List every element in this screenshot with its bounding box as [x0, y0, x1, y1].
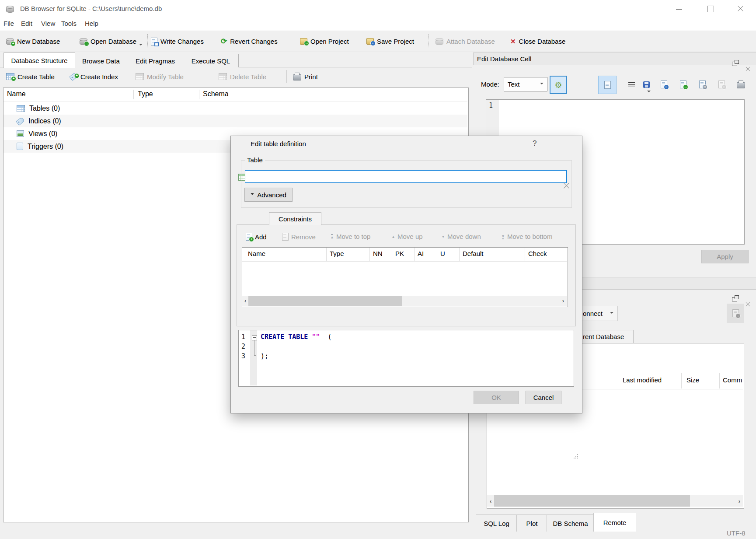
field-column-divider: [326, 248, 327, 261]
import-data-button[interactable]: [638, 76, 655, 93]
auto-switch-mode-button[interactable]: [550, 76, 567, 94]
tab-browse-data[interactable]: Browse Data: [74, 54, 128, 67]
export-data-button[interactable]: ▪: [655, 76, 672, 93]
edit-cell-panel-title: Edit Database Cell: [477, 55, 531, 63]
minimize-icon[interactable]: [676, 9, 682, 10]
create-index-button[interactable]: + Create Index: [70, 67, 118, 86]
delete-table-icon: [219, 73, 227, 80]
field-column-pk[interactable]: PK: [395, 250, 404, 257]
null-cell-button: ○: [713, 76, 730, 93]
move-to-bottom-icon: ▾: [502, 234, 504, 239]
scrollbar-thumb[interactable]: [248, 296, 402, 306]
create-table-icon: +: [6, 73, 14, 80]
table-name-input[interactable]: [245, 170, 567, 183]
sql-line-number: 3: [241, 352, 245, 360]
scroll-left-icon[interactable]: ‹: [490, 498, 491, 504]
print-cell-button[interactable]: [732, 76, 749, 93]
open-database-dropdown-icon[interactable]: [139, 44, 143, 47]
app-logo-database-icon: [6, 7, 14, 13]
write-changes-button[interactable]: ▦ Write Changes: [151, 31, 204, 52]
close-panel-icon[interactable]: [746, 66, 750, 71]
close-icon[interactable]: [737, 5, 744, 12]
open-database-icon: →: [80, 39, 87, 45]
create-table-button[interactable]: + Create Table: [6, 67, 55, 86]
tab-db-schema[interactable]: DB Schema: [547, 514, 594, 532]
save-project-button[interactable]: ▪ Save Project: [366, 31, 414, 52]
tree-row-indices[interactable]: Indices (0): [3, 115, 467, 127]
menu-bar: [0, 18, 756, 31]
fields-horizontal-scrollbar[interactable]: ‹ ›: [242, 296, 567, 306]
save-dropdown-icon[interactable]: [647, 91, 651, 94]
app-window: DB Browser for SQLite - C:\Users\turne\d…: [0, 0, 756, 539]
scroll-right-icon[interactable]: ›: [562, 298, 564, 304]
code-fold-line: [254, 340, 254, 355]
scroll-right-icon[interactable]: ›: [739, 498, 740, 504]
tab-plot[interactable]: Plot: [516, 514, 547, 532]
save-project-icon: ▪: [366, 38, 374, 45]
field-column-u[interactable]: U: [440, 250, 445, 257]
help-icon[interactable]: ?: [533, 139, 537, 148]
field-column-check[interactable]: Check: [528, 250, 547, 257]
close-panel-icon[interactable]: [746, 302, 750, 307]
tree-header-name[interactable]: Name: [7, 90, 26, 98]
cancel-button[interactable]: Cancel: [526, 391, 561, 404]
mode-label: Mode:: [481, 80, 499, 88]
field-column-name[interactable]: Name: [248, 250, 265, 257]
menu-help[interactable]: Help: [85, 20, 98, 27]
open-project-icon: →: [300, 38, 307, 45]
field-column-type[interactable]: Type: [330, 250, 344, 257]
toolbar-separator: [294, 34, 294, 48]
column-last-modified[interactable]: Last modified: [623, 376, 662, 384]
tree-header-divider[interactable]: [199, 90, 199, 99]
field-column-divider: [369, 248, 370, 261]
dialog-resize-grip[interactable]: [573, 453, 578, 458]
menu-edit[interactable]: Edit: [21, 20, 32, 27]
new-database-button[interactable]: + New Database: [6, 31, 60, 52]
tab-execute-sql[interactable]: Execute SQL: [183, 54, 239, 67]
text-mode-button[interactable]: [598, 76, 617, 94]
field-column-default[interactable]: Default: [463, 250, 484, 257]
code-fold-icon[interactable]: [252, 335, 257, 340]
link-data-button[interactable]: ∞: [693, 76, 711, 93]
add-field-icon: +: [246, 233, 252, 241]
word-wrap-icon: [628, 82, 635, 87]
tree-header-divider[interactable]: [133, 90, 134, 99]
add-field-button[interactable]: + Add: [246, 233, 267, 241]
field-column-ai[interactable]: AI: [418, 250, 424, 257]
print-button[interactable]: Print: [293, 67, 318, 86]
tree-row-tables[interactable]: Tables (0): [3, 102, 467, 115]
open-in-app-button[interactable]: →: [674, 76, 692, 93]
column-divider: [681, 373, 682, 388]
advanced-button[interactable]: Advanced: [244, 188, 293, 202]
float-panel-icon[interactable]: [732, 62, 737, 66]
sql-code-line-3: );: [261, 352, 268, 360]
maximize-icon[interactable]: [707, 6, 714, 12]
tab-edit-pragmas[interactable]: Edit Pragmas: [127, 54, 184, 67]
open-database-button[interactable]: → Open Database: [80, 31, 136, 52]
menu-file[interactable]: File: [3, 20, 14, 27]
tab-constraints[interactable]: Constraints: [269, 212, 321, 225]
edit-cell-panel-header: Edit Database Cell: [473, 52, 756, 65]
tree-header-type[interactable]: Type: [138, 90, 153, 98]
close-database-button[interactable]: Close Database: [510, 31, 565, 52]
chevron-down-icon: [610, 312, 613, 315]
open-project-button[interactable]: → Open Project: [300, 31, 349, 52]
print-icon: [293, 74, 301, 80]
scroll-left-icon[interactable]: ‹: [244, 298, 246, 304]
tab-sql-log[interactable]: SQL Log: [476, 514, 517, 532]
field-column-divider: [392, 248, 392, 261]
tree-header-schema[interactable]: Schema: [203, 90, 229, 98]
mode-select[interactable]: Text: [504, 77, 547, 91]
document-link-icon: ∞: [699, 80, 706, 88]
tab-remote[interactable]: Remote: [593, 513, 636, 532]
menu-view[interactable]: View: [41, 20, 55, 27]
revert-changes-button[interactable]: Revert Changes: [221, 31, 278, 52]
tab-database-structure[interactable]: Database Structure: [3, 52, 75, 68]
column-commit[interactable]: Comm: [723, 376, 742, 384]
scrollbar-thumb[interactable]: [494, 495, 690, 507]
menu-tools[interactable]: Tools: [61, 20, 77, 27]
float-panel-icon[interactable]: [732, 297, 737, 301]
column-size[interactable]: Size: [686, 376, 699, 384]
remote-horizontal-scrollbar[interactable]: ‹ ›: [487, 495, 743, 507]
field-column-nn[interactable]: NN: [373, 250, 383, 257]
